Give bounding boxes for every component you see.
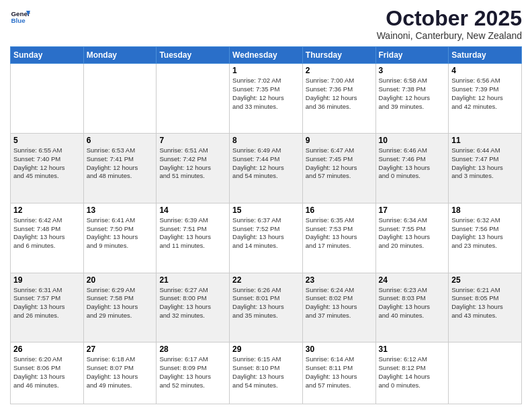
calendar-cell: 23Sunrise: 6:24 AM Sunset: 8:02 PM Dayli… [302,273,375,342]
day-number: 1 [232,66,300,75]
page: General Blue October 2025 Wainoni, Cante… [0,0,532,411]
calendar-cell: 19Sunrise: 6:31 AM Sunset: 7:57 PM Dayli… [11,273,84,342]
day-number: 12 [13,205,81,215]
day-number: 11 [451,136,519,145]
day-info: Sunrise: 6:12 AM Sunset: 8:12 PM Dayligh… [379,355,446,390]
day-info: Sunrise: 6:55 AM Sunset: 7:40 PM Dayligh… [13,146,81,181]
col-friday: Friday [375,47,449,64]
header: General Blue October 2025 Wainoni, Cante… [10,7,522,41]
calendar-cell: 13Sunrise: 6:41 AM Sunset: 7:50 PM Dayli… [83,203,157,273]
calendar-body: 1Sunrise: 7:02 AM Sunset: 7:35 PM Daylig… [11,64,522,404]
day-number: 28 [159,345,226,354]
calendar-cell: 15Sunrise: 6:37 AM Sunset: 7:52 PM Dayli… [230,203,303,273]
col-tuesday: Tuesday [157,47,230,64]
day-info: Sunrise: 6:44 AM Sunset: 7:47 PM Dayligh… [451,146,519,181]
calendar-cell: 10Sunrise: 6:46 AM Sunset: 7:46 PM Dayli… [375,133,449,203]
day-info: Sunrise: 6:31 AM Sunset: 7:57 PM Dayligh… [13,286,81,320]
day-info: Sunrise: 6:29 AM Sunset: 7:58 PM Dayligh… [87,286,154,320]
calendar-cell: 25Sunrise: 6:21 AM Sunset: 8:05 PM Dayli… [449,273,522,342]
week-row-3: 12Sunrise: 6:42 AM Sunset: 7:48 PM Dayli… [11,203,522,273]
day-info: Sunrise: 6:47 AM Sunset: 7:45 PM Dayligh… [306,146,373,181]
calendar-cell: 21Sunrise: 6:27 AM Sunset: 8:00 PM Dayli… [157,273,230,342]
calendar-cell: 18Sunrise: 6:32 AM Sunset: 7:56 PM Dayli… [449,203,522,273]
col-saturday: Saturday [449,47,522,64]
day-info: Sunrise: 6:49 AM Sunset: 7:44 PM Dayligh… [232,146,300,181]
day-number: 2 [306,66,373,75]
day-number: 18 [451,205,519,215]
calendar-cell [11,64,84,134]
day-info: Sunrise: 6:23 AM Sunset: 8:03 PM Dayligh… [379,286,446,320]
calendar-cell [157,64,230,134]
day-number: 5 [13,136,81,145]
calendar-cell: 31Sunrise: 6:12 AM Sunset: 8:12 PM Dayli… [375,342,449,404]
day-info: Sunrise: 6:15 AM Sunset: 8:10 PM Dayligh… [232,355,300,390]
day-info: Sunrise: 6:26 AM Sunset: 8:01 PM Dayligh… [232,286,300,320]
day-info: Sunrise: 6:18 AM Sunset: 8:07 PM Dayligh… [87,355,154,390]
day-info: Sunrise: 6:42 AM Sunset: 7:48 PM Dayligh… [13,216,81,250]
month-title: October 2025 [377,7,522,30]
calendar-cell [449,342,522,404]
day-number: 25 [451,275,519,285]
day-info: Sunrise: 6:37 AM Sunset: 7:52 PM Dayligh… [232,216,300,250]
day-number: 8 [232,136,300,145]
day-info: Sunrise: 6:53 AM Sunset: 7:41 PM Dayligh… [87,146,154,181]
col-monday: Monday [83,47,157,64]
day-number: 23 [306,275,373,285]
calendar-cell: 8Sunrise: 6:49 AM Sunset: 7:44 PM Daylig… [230,133,303,203]
day-info: Sunrise: 6:56 AM Sunset: 7:39 PM Dayligh… [451,77,519,111]
calendar-cell: 28Sunrise: 6:17 AM Sunset: 8:09 PM Dayli… [157,342,230,404]
day-info: Sunrise: 6:24 AM Sunset: 8:02 PM Dayligh… [306,286,373,320]
col-thursday: Thursday [302,47,375,64]
day-info: Sunrise: 6:35 AM Sunset: 7:53 PM Dayligh… [306,216,373,250]
calendar-cell [83,64,157,134]
calendar-table: Sunday Monday Tuesday Wednesday Thursday… [10,46,522,404]
calendar-cell: 30Sunrise: 6:14 AM Sunset: 8:11 PM Dayli… [302,342,375,404]
col-wednesday: Wednesday [230,47,303,64]
week-row-5: 26Sunrise: 6:20 AM Sunset: 8:06 PM Dayli… [11,342,522,404]
calendar-cell: 14Sunrise: 6:39 AM Sunset: 7:51 PM Dayli… [157,203,230,273]
day-info: Sunrise: 6:41 AM Sunset: 7:50 PM Dayligh… [87,216,154,250]
day-info: Sunrise: 6:21 AM Sunset: 8:05 PM Dayligh… [451,286,519,320]
day-info: Sunrise: 7:02 AM Sunset: 7:35 PM Dayligh… [232,77,300,111]
svg-text:Blue: Blue [11,17,26,24]
calendar-cell: 1Sunrise: 7:02 AM Sunset: 7:35 PM Daylig… [230,64,303,134]
day-info: Sunrise: 6:27 AM Sunset: 8:00 PM Dayligh… [159,286,226,320]
week-row-4: 19Sunrise: 6:31 AM Sunset: 7:57 PM Dayli… [11,273,522,342]
day-info: Sunrise: 6:14 AM Sunset: 8:11 PM Dayligh… [306,355,373,390]
day-info: Sunrise: 6:17 AM Sunset: 8:09 PM Dayligh… [159,355,226,390]
day-number: 17 [379,205,446,215]
week-row-2: 5Sunrise: 6:55 AM Sunset: 7:40 PM Daylig… [11,133,522,203]
week-row-1: 1Sunrise: 7:02 AM Sunset: 7:35 PM Daylig… [11,64,522,134]
day-number: 26 [13,345,81,354]
day-number: 31 [379,345,446,354]
day-number: 4 [451,66,519,75]
day-info: Sunrise: 7:00 AM Sunset: 7:36 PM Dayligh… [306,77,373,111]
day-info: Sunrise: 6:20 AM Sunset: 8:06 PM Dayligh… [13,355,81,390]
calendar-cell: 26Sunrise: 6:20 AM Sunset: 8:06 PM Dayli… [11,342,84,404]
col-sunday: Sunday [11,47,84,64]
day-number: 24 [379,275,446,285]
calendar-cell: 17Sunrise: 6:34 AM Sunset: 7:55 PM Dayli… [375,203,449,273]
calendar-cell: 5Sunrise: 6:55 AM Sunset: 7:40 PM Daylig… [11,133,84,203]
calendar-cell: 4Sunrise: 6:56 AM Sunset: 7:39 PM Daylig… [449,64,522,134]
day-number: 16 [306,205,373,215]
day-number: 21 [159,275,226,285]
calendar-cell: 7Sunrise: 6:51 AM Sunset: 7:42 PM Daylig… [157,133,230,203]
day-number: 7 [159,136,226,145]
day-number: 29 [232,345,300,354]
calendar-cell: 16Sunrise: 6:35 AM Sunset: 7:53 PM Dayli… [302,203,375,273]
calendar-cell: 2Sunrise: 7:00 AM Sunset: 7:36 PM Daylig… [302,64,375,134]
calendar-cell: 3Sunrise: 6:58 AM Sunset: 7:38 PM Daylig… [375,64,449,134]
day-number: 14 [159,205,226,215]
calendar-cell: 29Sunrise: 6:15 AM Sunset: 8:10 PM Dayli… [230,342,303,404]
calendar-cell: 20Sunrise: 6:29 AM Sunset: 7:58 PM Dayli… [83,273,157,342]
calendar-cell: 24Sunrise: 6:23 AM Sunset: 8:03 PM Dayli… [375,273,449,342]
calendar-cell: 6Sunrise: 6:53 AM Sunset: 7:41 PM Daylig… [83,133,157,203]
day-info: Sunrise: 6:32 AM Sunset: 7:56 PM Dayligh… [451,216,519,250]
calendar-cell: 12Sunrise: 6:42 AM Sunset: 7:48 PM Dayli… [11,203,84,273]
calendar-cell: 27Sunrise: 6:18 AM Sunset: 8:07 PM Dayli… [83,342,157,404]
day-number: 22 [232,275,300,285]
day-info: Sunrise: 6:58 AM Sunset: 7:38 PM Dayligh… [379,77,446,111]
calendar-cell: 22Sunrise: 6:26 AM Sunset: 8:01 PM Dayli… [230,273,303,342]
day-number: 15 [232,205,300,215]
